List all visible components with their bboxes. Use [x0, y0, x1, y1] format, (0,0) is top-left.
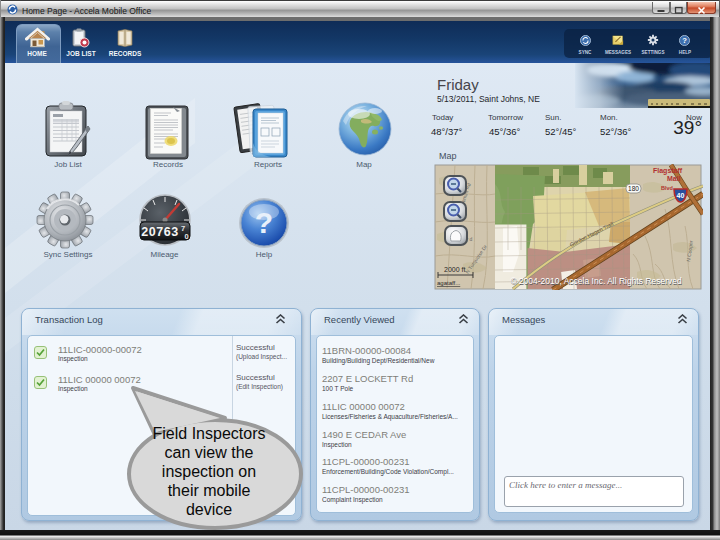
svg-text:Flagstaff: Flagstaff — [653, 167, 683, 175]
svg-text:40: 40 — [677, 192, 685, 199]
svg-text:agataff...: agataff... — [437, 280, 461, 286]
svg-text:2000 ft: 2000 ft — [444, 266, 465, 273]
svg-text:device: device — [186, 501, 232, 518]
svg-text:can view the: can view the — [165, 444, 254, 461]
svg-text:20763: 20763 — [141, 225, 178, 239]
svg-text:?: ? — [255, 206, 273, 239]
svg-text:their mobile: their mobile — [168, 482, 251, 499]
svg-text:Field Inspectors: Field Inspectors — [153, 425, 266, 442]
svg-text:?: ? — [682, 36, 687, 45]
svg-text:180: 180 — [628, 185, 639, 192]
svg-text:Blvd: Blvd — [661, 185, 673, 191]
svg-text:0: 0 — [184, 232, 188, 241]
svg-text:© 2004-2010, Accela Inc. All R: © 2004-2010, Accela Inc. All Rights Rese… — [510, 276, 682, 286]
svg-text:Mall: Mall — [667, 175, 681, 182]
svg-text:inspection on: inspection on — [162, 463, 256, 480]
